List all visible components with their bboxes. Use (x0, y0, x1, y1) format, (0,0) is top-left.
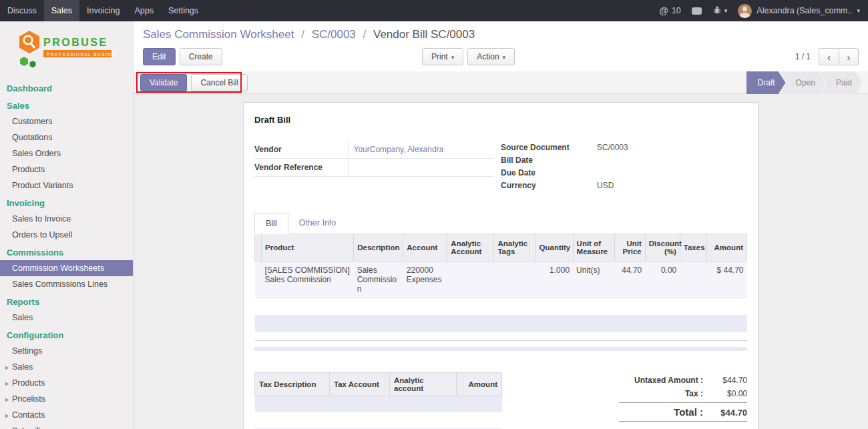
print-button[interactable]: Print▾ (422, 48, 463, 65)
sidebar-item-sales-teams[interactable]: Sales Teams (0, 423, 133, 429)
menu-apps[interactable]: Apps (127, 0, 161, 21)
column-discount[interactable]: Discount (%) (645, 234, 680, 261)
probuse-logo: PROBUSE PROFESSIONAL BUSINESS (0, 21, 133, 79)
lines-header-row: Product Description Account Analytic Acc… (255, 234, 747, 261)
sidebar-item-quotations[interactable]: Quotations (0, 129, 133, 145)
sidebar-item-sales-to-invoice[interactable]: Sales to Invoice (0, 211, 133, 227)
breadcrumb-sc0003[interactable]: SC/0003 (312, 28, 356, 41)
validate-button[interactable]: Validate (140, 74, 187, 91)
due-date-label: Due Date (501, 166, 597, 179)
sidebar-item-label: Sales Teams (12, 426, 59, 429)
sidebar-section-sales[interactable]: Sales (0, 96, 133, 113)
column-analytic-account[interactable]: Analytic Account (447, 234, 494, 261)
sidebar-item-config-products[interactable]: ▸Products (0, 375, 133, 391)
sidebar-item-config-pricelists[interactable]: ▸Pricelists (0, 391, 133, 407)
activity-menu[interactable]: @ 10 (659, 5, 681, 16)
tax-value: $0.00 (703, 389, 747, 398)
sidebar-item-products[interactable]: Products (0, 161, 133, 177)
sidebar-item-config-sales[interactable]: ▸Sales (0, 359, 133, 375)
sidebar-section-invoicing[interactable]: Invoicing (0, 193, 133, 211)
column-amount[interactable]: Amount (706, 234, 746, 261)
sidebar-section-reports[interactable]: Reports (0, 292, 133, 310)
cancel-bill-button[interactable]: Cancel Bill (191, 74, 248, 91)
bug-icon (712, 5, 722, 17)
untaxed-amount-row: Untaxed Amount : $44.70 (619, 374, 747, 387)
create-button[interactable]: Create (180, 48, 222, 65)
form-sheet: Draft Bill Vendor YourCompany, Alexandra… (243, 102, 758, 429)
caret-down-icon: ▾ (503, 54, 506, 61)
user-menu[interactable]: Alexandra (Sales_comm.. ▾ (738, 4, 860, 18)
sidebar-item-label: Products (12, 378, 45, 388)
sidebar-item-label: Contacts (12, 410, 45, 420)
caret-right-icon: ▸ (5, 412, 12, 419)
menu-invoicing[interactable]: Invoicing (79, 0, 127, 21)
sidebar-item-label: Sales (12, 362, 33, 372)
sidebar-item-label: Quotations (12, 133, 52, 142)
column-product[interactable]: Product (262, 234, 354, 261)
column-unit-price[interactable]: Unit Price (614, 234, 645, 261)
breadcrumb-worksheet[interactable]: Sales Commission Worksheet (143, 28, 294, 41)
column-analytic-tags[interactable]: Analytic Tags (494, 234, 535, 261)
menu-discuss[interactable]: Discuss (0, 0, 44, 21)
column-quantity[interactable]: Quantity (535, 234, 573, 261)
menu-sales[interactable]: Sales (44, 0, 79, 21)
tab-bill[interactable]: Bill (254, 213, 288, 234)
sidebar-item-label: Commission Worksheets (12, 264, 104, 273)
pager-value: 1 / 1 (795, 52, 811, 61)
caret-right-icon: ▸ (5, 396, 12, 403)
control-panel-buttons: Edit Create Print▾ Action▾ 1 / 1 ‹ › (143, 47, 859, 66)
sidebar-item-config-settings[interactable]: Settings (0, 343, 133, 359)
bill-date-label: Bill Date (501, 153, 597, 166)
activity-count: 10 (672, 6, 681, 15)
vendor-label: Vendor (254, 141, 348, 159)
sidebar-item-label: Orders to Upsell (12, 230, 72, 240)
cell-discount: 0.00 (645, 261, 680, 298)
sidebar-item-customers[interactable]: Customers (0, 113, 133, 129)
sidebar-item-sales-commissions-lines[interactable]: Sales Commissions Lines (0, 276, 133, 292)
sidebar-item-commission-worksheets[interactable]: Commission Worksheets (0, 260, 133, 276)
untaxed-amount-value: $44.70 (703, 376, 747, 385)
messages-icon[interactable] (692, 7, 702, 15)
avatar (738, 4, 752, 18)
debug-menu[interactable]: ▾ (712, 5, 728, 17)
column-description[interactable]: Description (354, 234, 403, 261)
sidebar-item-label: Sales (12, 313, 33, 322)
cell-unit-price: 44.70 (614, 261, 645, 298)
edit-button[interactable]: Edit (143, 48, 176, 65)
sidebar-item-sales-orders[interactable]: Sales Orders (0, 145, 133, 161)
control-panel: Sales Commission Worksheet / SC/0003 / V… (134, 21, 868, 71)
menu-settings[interactable]: Settings (161, 0, 206, 21)
pager-previous-button[interactable]: ‹ (819, 48, 839, 65)
sidebar-section-commissions[interactable]: Commissions (0, 243, 133, 260)
sidebar-section-dashboard[interactable]: Dashboard (0, 79, 133, 96)
sidebar-item-label: Settings (12, 346, 42, 356)
action-button[interactable]: Action▾ (467, 48, 515, 65)
source-document-value: SC/0003 (597, 141, 740, 153)
cell-product: [SALES COMMISSION] Sales Commission (262, 261, 354, 298)
tab-other-info[interactable]: Other Info (288, 213, 347, 234)
invoice-line-row[interactable]: [SALES COMMISSION] Sales Commission Sale… (255, 261, 747, 298)
pager-next-button[interactable]: › (839, 48, 859, 65)
bill-date-value (597, 153, 740, 166)
sidebar-item-reports-sales[interactable]: Sales (0, 310, 133, 326)
vendor-link[interactable]: YourCompany, Alexandra (354, 145, 444, 154)
column-account[interactable]: Account (403, 234, 447, 261)
caret-down-icon: ▾ (451, 54, 455, 61)
column-taxes[interactable]: Taxes (680, 234, 706, 261)
handle-column-header (255, 234, 262, 261)
empty-line-row (255, 298, 747, 315)
main-area: Sales Commission Worksheet / SC/0003 / V… (134, 21, 868, 429)
sidebar-item-product-variants[interactable]: Product Variants (0, 177, 133, 193)
vendor-reference-label: Vendor Reference (254, 159, 348, 177)
column-unit-of-measure[interactable]: Unit of Measure (573, 234, 614, 261)
print-label: Print (431, 52, 448, 61)
empty-tax-row (255, 396, 502, 412)
sidebar-item-config-contacts[interactable]: ▸Contacts (0, 407, 133, 423)
state-paid: Paid (820, 71, 863, 94)
sidebar-item-orders-to-upsell[interactable]: Orders to Upsell (0, 227, 133, 243)
caret-down-icon: ▾ (857, 7, 860, 14)
sidebar-section-configuration[interactable]: Configuration (0, 326, 133, 343)
pager: 1 / 1 ‹ › (795, 48, 859, 65)
totals-block: Untaxed Amount : $44.70 Tax : $0.00 Tota… (619, 374, 747, 429)
mention-icon: @ (659, 5, 668, 16)
